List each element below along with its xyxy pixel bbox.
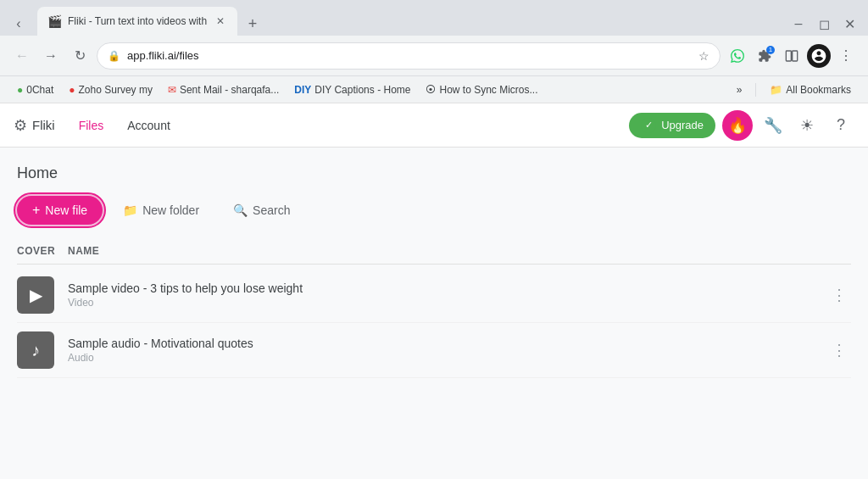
new-file-icon: + [32,203,40,218]
file-row[interactable]: ▶ Sample video - 3 tips to help you lose… [17,268,851,323]
new-folder-label: New folder [142,203,199,217]
search-label: Search [253,203,290,217]
file-menu-button[interactable]: ⋮ [827,283,851,307]
folder-icon: 📁 [123,203,137,217]
app-nav-left: ⚙ Fliki Files Account [14,114,181,137]
bookmark-sent-mail[interactable]: ✉ Sent Mail - sharqafa... [161,82,286,97]
address-bar-actions: 1 ⋮ [726,44,858,68]
close-tab-button[interactable]: ✕ [214,14,227,28]
extension-btn[interactable]: 1 [753,44,776,68]
extension-badge: 1 [766,46,775,54]
file-name: Sample video - 3 tips to help you lose w… [68,281,827,295]
brightness-icon-btn[interactable]: ☀ [793,112,821,139]
toolbar: + New file 📁 New folder 🔍 Search [17,196,851,225]
file-thumbnail: ♪ [17,331,54,369]
bookmark-github-label: How to Sync Micros... [439,84,537,96]
minimize-button[interactable]: – [787,12,810,36]
more-bookmarks-label: » [737,84,743,96]
col-name-header: NAME [68,245,851,257]
file-type: Video [68,297,827,309]
upgrade-label: Upgrade [661,119,704,131]
window-controls: – ◻ ✕ [780,12,868,36]
search-button[interactable]: 🔍 Search [220,197,303,224]
maximize-button[interactable]: ◻ [812,12,836,36]
app-nav: ⚙ Fliki Files Account ✓ Upgrade 🔥 🔧 ☀ ? [0,103,868,148]
whatsapp-btn[interactable] [726,44,749,68]
file-thumbnail: ▶ [17,276,54,314]
file-row[interactable]: ♪ Sample audio - Motivational quotes Aud… [17,323,851,378]
folder-icon: 📁 [770,84,782,96]
file-menu-button[interactable]: ⋮ [827,338,851,362]
browser-back-chevron[interactable]: ‹ [7,12,31,36]
file-name: Sample audio - Motivational quotes [68,337,827,350]
app-name: Fliki [32,118,55,132]
help-icon-btn[interactable]: ? [827,112,854,139]
main-area: Home + New file 📁 New folder 🔍 Search CO… [0,148,868,479]
bookmark-diy-label: DIY Captions - Home [314,84,410,96]
file-list-header: COVER NAME [17,242,851,265]
app-nav-right: ✓ Upgrade 🔥 🔧 ☀ ? [629,110,854,141]
tab-bar: ‹ 🎬 Fliki - Turn text into videos with ✕… [0,0,868,36]
new-file-label: New file [45,203,87,217]
file-info: Sample audio - Motivational quotes Audio [68,337,827,364]
bookmark-0chat-label: 0Chat [26,84,53,96]
more-options-btn[interactable]: ⋮ [834,44,858,68]
file-type-icon: ▶ [30,285,42,305]
bookmark-sent-mail-label: Sent Mail - sharqafa... [180,84,279,96]
bookmark-0chat-icon: ● [17,84,23,96]
url-text: app.fliki.ai/files [127,49,692,62]
col-cover-header: COVER [17,245,68,257]
new-tab-button[interactable]: + [241,12,264,36]
file-type-icon: ♪ [31,341,40,360]
new-file-button[interactable]: + New file [17,196,103,225]
all-bookmarks-label: All Bookmarks [786,84,851,96]
tools-icon-btn[interactable]: 🔧 [760,112,787,139]
nav-account[interactable]: Account [117,114,181,137]
all-bookmarks-btn[interactable]: 📁 All Bookmarks [763,82,858,97]
lock-icon: 🔒 [108,50,120,62]
bookmarks-bar: ● 0Chat ● Zoho Survey my ✉ Sent Mail - s… [0,76,868,103]
svg-rect-1 [793,51,798,61]
more-bookmarks-btn[interactable]: » [730,82,749,97]
bookmark-diy[interactable]: DIY DIY Captions - Home [287,82,417,97]
search-icon: 🔍 [233,203,248,217]
forward-button[interactable]: → [39,44,63,68]
file-type: Audio [68,352,827,364]
browser-window: ‹ 🎬 Fliki - Turn text into videos with ✕… [0,0,868,479]
upgrade-check-icon: ✓ [641,118,656,133]
bookmark-zoho[interactable]: ● Zoho Survey my [62,82,159,97]
upgrade-button[interactable]: ✓ Upgrade [629,113,715,138]
bookmark-0chat[interactable]: ● 0Chat [10,82,60,97]
nav-links: Files Account [69,114,181,137]
tab-favicon: 🎬 [47,14,61,28]
app-content: ⚙ Fliki Files Account ✓ Upgrade 🔥 🔧 ☀ ? [0,103,868,479]
home-title: Home [17,164,851,182]
bookmark-github-icon: ⦿ [426,84,436,96]
split-screen-btn[interactable] [780,44,804,68]
nav-files[interactable]: Files [69,114,114,137]
tab-title: Fliki - Turn text into videos with [68,15,207,27]
bookmarks-more: » 📁 All Bookmarks [730,82,858,97]
flame-button[interactable]: 🔥 [722,110,753,141]
bookmark-mail-icon: ✉ [168,84,176,96]
user-avatar[interactable] [807,44,831,68]
bookmark-zoho-icon: ● [69,84,75,96]
new-folder-button[interactable]: 📁 New folder [109,197,213,224]
gear-icon: ⚙ [14,116,27,135]
bookmark-diy-icon: DIY [294,84,311,96]
active-tab[interactable]: 🎬 Fliki - Turn text into videos with ✕ [37,7,237,36]
back-button[interactable]: ← [10,44,34,68]
app-logo: ⚙ Fliki [14,116,55,135]
close-button[interactable]: ✕ [837,12,861,36]
omnibox[interactable]: 🔒 app.fliki.ai/files ☆ [97,42,721,70]
refresh-button[interactable]: ↻ [68,44,92,68]
file-list: ▶ Sample video - 3 tips to help you lose… [17,268,851,378]
address-bar: ← → ↻ 🔒 app.fliki.ai/files ☆ 1 ⋮ [0,36,868,76]
bookmark-github[interactable]: ⦿ How to Sync Micros... [419,82,544,97]
svg-rect-0 [786,51,791,61]
bookmark-star-icon[interactable]: ☆ [698,49,709,63]
bookmark-zoho-label: Zoho Survey my [79,84,153,96]
file-info: Sample video - 3 tips to help you lose w… [68,281,827,309]
